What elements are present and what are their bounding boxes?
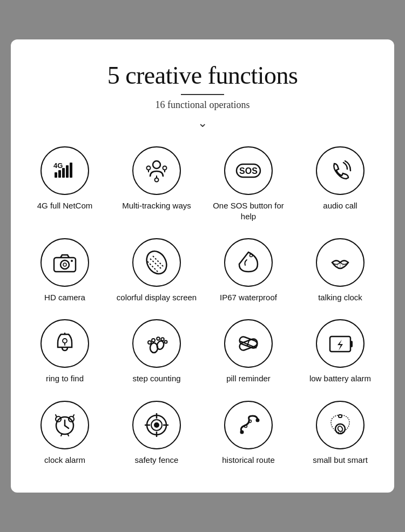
chevron-down-icon: ⌄ [22, 116, 383, 130]
feature-audio-call: audio call [297, 146, 383, 223]
small-but-smart-label: small but smart [313, 455, 368, 466]
colorful-display-icon [132, 238, 181, 287]
small-but-smart-icon [316, 401, 364, 449]
talking-clock-label: talking clock [318, 292, 362, 303]
svg-point-52 [245, 425, 247, 427]
audio-call-label: audio call [323, 200, 357, 211]
svg-rect-56 [339, 415, 342, 417]
ring-to-find-label: ring to find [46, 373, 84, 384]
svg-line-17 [150, 259, 161, 268]
svg-text:4G: 4G [53, 161, 63, 170]
feature-multi-tracking: Multi-tracking ways [113, 146, 200, 223]
feature-historical-route: historical route [205, 401, 292, 466]
waterproof-label: IP67 waterproof [220, 292, 277, 303]
low-battery-label: low battery alarm [309, 373, 371, 384]
feature-hd-camera: HD camera [22, 238, 108, 303]
svg-point-27 [148, 341, 151, 344]
clock-alarm-icon [40, 401, 89, 449]
sos-label: One SOS button for help [205, 200, 292, 223]
feature-talking-clock: talking clock [297, 238, 383, 303]
features-grid: 4G 4G full NetCom [22, 146, 383, 466]
svg-rect-4 [66, 165, 69, 178]
feature-colorful-display: colorful display screen [113, 238, 200, 303]
step-counting-icon [132, 319, 181, 368]
svg-point-24 [63, 339, 67, 343]
4g-netcom-icon: 4G [40, 146, 89, 195]
pill-reminder-label: pill reminder [226, 373, 271, 384]
svg-line-40 [65, 426, 69, 428]
waterproof-icon [224, 238, 273, 287]
safety-fence-icon [132, 401, 181, 449]
svg-rect-5 [70, 163, 72, 178]
svg-point-8 [163, 166, 167, 170]
feature-4g-netcom: 4G 4G full NetCom [22, 146, 108, 223]
multi-tracking-icon [132, 146, 181, 195]
feature-pill-reminder: pill reminder [205, 319, 292, 384]
svg-point-15 [71, 260, 73, 262]
svg-point-13 [60, 260, 69, 269]
multi-tracking-label: Multi-tracking ways [122, 200, 191, 211]
sos-icon: SOS [224, 146, 273, 195]
svg-point-54 [335, 424, 345, 434]
hd-camera-icon [40, 238, 89, 287]
hd-camera-label: HD camera [44, 292, 85, 303]
svg-point-9 [155, 178, 159, 181]
historical-route-label: historical route [222, 455, 275, 466]
svg-point-31 [165, 341, 167, 344]
svg-point-26 [156, 340, 165, 351]
svg-line-18 [153, 256, 164, 267]
safety-fence-label: safety fence [135, 455, 179, 466]
audio-call-icon [316, 146, 364, 195]
low-battery-icon [316, 319, 364, 368]
svg-point-30 [161, 338, 164, 341]
feature-sos: SOS One SOS button for help [205, 146, 292, 223]
talking-clock-icon [316, 238, 364, 287]
main-card: 5 creative functions 16 functional opera… [11, 39, 394, 493]
feature-small-but-smart: small but smart [297, 401, 383, 466]
svg-point-7 [147, 166, 151, 170]
svg-point-16 [143, 248, 170, 277]
clock-alarm-label: clock alarm [44, 455, 85, 466]
4g-netcom-label: 4G full NetCom [37, 200, 93, 211]
svg-rect-37 [350, 341, 353, 347]
feature-clock-alarm: clock alarm [22, 401, 108, 466]
feature-low-battery: low battery alarm [297, 319, 383, 384]
feature-waterproof: IP67 waterproof [205, 238, 292, 303]
svg-point-14 [63, 263, 66, 266]
svg-point-45 [154, 422, 159, 428]
svg-rect-2 [58, 170, 61, 178]
svg-point-6 [153, 161, 160, 169]
svg-text:SOS: SOS [239, 166, 258, 176]
colorful-display-label: colorful display screen [117, 292, 197, 303]
svg-point-50 [240, 430, 244, 434]
pill-reminder-icon [224, 319, 273, 368]
svg-point-28 [152, 339, 155, 342]
main-title: 5 creative functions [22, 61, 383, 90]
feature-ring-to-find: ring to find [22, 319, 108, 384]
subtitle: 16 functional operations [22, 99, 383, 111]
step-counting-label: step counting [132, 373, 180, 384]
divider [181, 94, 224, 95]
feature-step-counting: step counting [113, 319, 200, 384]
historical-route-icon [224, 401, 273, 449]
svg-point-20 [250, 254, 253, 257]
svg-point-55 [337, 425, 343, 432]
svg-rect-1 [55, 172, 57, 178]
svg-point-53 [249, 420, 252, 422]
svg-rect-3 [62, 168, 65, 178]
ring-to-find-icon [40, 319, 89, 368]
feature-safety-fence: safety fence [113, 401, 200, 466]
svg-point-51 [256, 418, 260, 422]
header: 5 creative functions 16 functional opera… [22, 61, 383, 130]
svg-point-29 [157, 338, 160, 341]
